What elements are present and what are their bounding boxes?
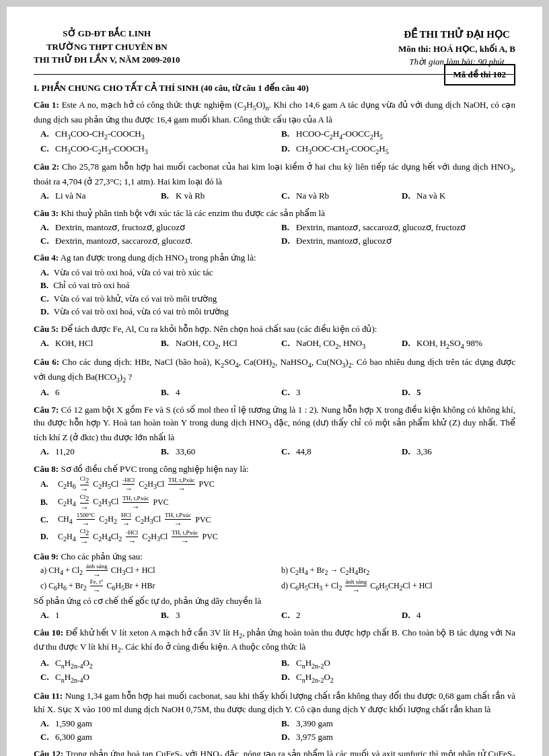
q4-label: Câu 4:	[34, 252, 59, 263]
q3-b: B.Đextrin, mantozơ, saccarozơ, glucozơ, …	[281, 221, 515, 234]
q2-b: B.K và Rb	[161, 189, 274, 203]
q11-c: C.6,300 gam	[40, 730, 274, 744]
q10-a: A.CnH2n-4O2	[40, 656, 274, 671]
q10-answers: A.CnH2n-4O2 B.CnH2n-2O C.CnH2n-4O D.CnH2…	[40, 656, 515, 685]
q5-a: A.KOH, HCl	[40, 337, 154, 351]
question-10: Câu 10: Để khử hết V lít xeton A mạch hở…	[34, 626, 515, 685]
question-8: Câu 8: Sơ đồ điều chế PVC trong công ngh…	[34, 462, 515, 546]
q1-a: A.CH3COO-CH2-COOCH3	[40, 127, 274, 142]
q6-c: C.3	[281, 386, 395, 399]
q9-answers: A.1 B.3 C.2 D.4	[40, 609, 515, 622]
q10-c: C.CnH2n-4O	[40, 671, 274, 685]
q2-label: Câu 2:	[34, 162, 59, 172]
q8-d-row: D. C2H4 Cl2→ C2H4Cl2 -HCl→ C2H3Cl TH, t,…	[40, 528, 515, 546]
q4-answers: A. Vừa có vai trò oxi hoá, vừa có vai tr…	[40, 266, 515, 318]
q11-b: B.3,390 gam	[281, 717, 515, 730]
question-5: Câu 5: Để tách được Fe, Al, Cu ra khỏi h…	[34, 322, 515, 351]
q8-pvc-diagram: A. C2H6 Cl2→ C2H5Cl -HCl→ C2H3Cl TH, t,P…	[40, 476, 515, 546]
q2-d: D.Na và K	[402, 189, 515, 203]
q9-reactions: a) CH4 + Cl2 ánh sáng→ CH3Cl + HCl b) C2…	[40, 563, 515, 594]
q9-label: Câu 9:	[34, 551, 59, 561]
q2-c: C.Na và Rb	[281, 189, 395, 203]
q7-label: Câu 7:	[34, 405, 59, 415]
question-12: Câu 12: Trong phản ứng hoà tan CuFeS2 vớ…	[34, 747, 515, 756]
q1-b: B.HCOO-C2H4-OOCC2H5	[281, 127, 515, 142]
q1-c: C.CH3COO-C2H3-COOCH3	[40, 142, 274, 157]
school-dept: SỞ GD-ĐT BẮC LINH	[34, 27, 180, 40]
q9-d: D.4	[402, 609, 515, 622]
q3-c: C.Đextrin, mantozơ, saccarozơ, glucozơ.	[40, 234, 274, 248]
question-11: Câu 11: Nung 1,34 gam hỗn hợp hai muối c…	[34, 689, 515, 743]
q10-d: D.CnH2n-2O2	[281, 671, 515, 685]
question-2: Câu 2: Cho 25,78 gam hỗn hợp hai muối ca…	[34, 160, 515, 203]
q5-label: Câu 5:	[34, 324, 59, 334]
q8-a-row: A. C2H6 Cl2→ C2H5Cl -HCl→ C2H3Cl TH, t,P…	[40, 476, 515, 493]
q4-c: C. Vừa có vai trò khử, vừa có vai trò mô…	[40, 292, 515, 306]
exam-page: SỞ GD-ĐT BẮC LINH TRƯỜNG THPT CHUYÊN BN …	[7, 7, 542, 756]
q7-answers: A.11,20 B.33,60 C.44,8 D.3,36	[40, 445, 515, 458]
question-4: Câu 4: Ag tan được trong dung dịch HNO3 …	[34, 251, 515, 318]
q2-a: A.Li và Na	[40, 189, 154, 203]
q8-c-row: C. CH4 1500°C→ C2H2 HCl→ C2H3Cl TH, t,Px…	[40, 512, 515, 528]
q9-c: C.2	[281, 609, 395, 622]
q5-answers: A.KOH, HCl B.NaOH, CO2, HCl C.NaOH, CO2,…	[40, 337, 515, 351]
question-6: Câu 6: Cho các dung dịch: HBr, NaCl (bão…	[34, 355, 515, 399]
q1-d: D.CH3OOC-CH2-COOC2H5	[281, 142, 515, 157]
header-left: SỞ GD-ĐT BẮC LINH TRƯỜNG THPT CHUYÊN BN …	[34, 27, 180, 69]
q1-label: Câu 1:	[34, 100, 59, 110]
q4-d: D. Vừa có vai trò oxi hoá, vừa có vai tr…	[40, 305, 515, 318]
q9-b: B.3	[161, 609, 274, 622]
q7-b: B.33,60	[161, 445, 274, 458]
q8-label: Câu 8:	[34, 464, 59, 474]
q10-label: Câu 10:	[34, 627, 63, 638]
q5-c: C.NaOH, CO2, HNO3	[281, 337, 395, 351]
q8-b-row: B. C2H4 Cl2→ C2H3Cl TH, t,Pxúc→ PVC	[40, 494, 515, 512]
q6-d: D.5	[402, 386, 515, 399]
q11-a: A.1,590 gam	[40, 717, 274, 730]
q3-a: A.Đextrin, mantozơ, fructozơ, glucozơ	[40, 221, 274, 234]
question-7: Câu 7: Có 12 gam bột X gồm Fe và S (có s…	[34, 403, 515, 458]
q7-a: A.11,20	[40, 445, 154, 458]
school-name: TRƯỜNG THPT CHUYÊN BN	[34, 40, 180, 54]
q3-answers: A.Đextrin, mantozơ, fructozơ, glucozơ B.…	[40, 221, 515, 247]
q3-d: D.Đextrin, mantozơ, glucozơ	[281, 234, 515, 248]
q11-answers: A.1,590 gam B.3,390 gam C.6,300 gam D.3,…	[40, 717, 515, 743]
q9-r4: d) C6H5CH3 + Cl2 ánh sáng→ C6H5CH2Cl + H…	[281, 579, 515, 594]
q9-a: A.1	[40, 609, 154, 622]
q11-d: D.3,975 gam	[281, 730, 515, 744]
q6-answers: A.6 B.4 C.3 D.5	[40, 386, 515, 399]
q6-b: B.4	[161, 386, 274, 399]
question-3: Câu 3: Khi thuỷ phân tinh bột với xúc tá…	[34, 207, 515, 248]
q4-a: A. Vừa có vai trò oxi hoá, vừa có vai tr…	[40, 266, 515, 279]
q5-d: D.KOH, H2SO4 98%	[402, 337, 515, 351]
q9-r2: b) C2H4 + Br2 → C2H4Br2	[281, 563, 515, 579]
q12-label: Câu 12:	[34, 749, 63, 756]
q9-r1: a) CH4 + Cl2 ánh sáng→ CH3Cl + HCl	[40, 563, 274, 579]
header-right: ĐỀ THI THỬ ĐẠI HỌC Môn thi: HOÁ HỌC, khố…	[398, 27, 515, 69]
ma-de-box: Mã đề thi 102	[444, 64, 515, 85]
question-1: Câu 1: Este A no, mạch hở có công thức t…	[34, 98, 515, 156]
exam-title: ĐỀ THI THỬ ĐẠI HỌC	[398, 27, 515, 42]
q4-b: B. Chỉ có vai trò oxi hoá	[40, 279, 515, 292]
q6-label: Câu 6:	[34, 357, 59, 367]
q7-c: C.44,8	[281, 445, 395, 458]
q10-b: B.CnH2n-2O	[281, 656, 515, 671]
q9-r3: c) C6H6 + Br2 Fe, t°→ C6H5Br + HBr	[40, 579, 274, 594]
question-9: Câu 9: Cho các phản ứng sau: a) CH4 + Cl…	[34, 550, 515, 622]
q11-label: Câu 11:	[34, 691, 63, 701]
q3-label: Câu 3:	[34, 208, 59, 218]
q6-a: A.6	[40, 386, 154, 399]
q7-d: D.3,36	[402, 445, 515, 458]
q2-answers: A.Li và Na B.K và Rb C.Na và Rb D.Na và …	[40, 189, 515, 203]
q1-answers: A.CH3COO-CH2-COOCH3 B.HCOO-C2H4-OOCC2H5 …	[40, 127, 515, 156]
header: SỞ GD-ĐT BẮC LINH TRƯỜNG THPT CHUYÊN BN …	[34, 27, 515, 69]
subject: Môn thi: HOÁ HỌC, khối A, B	[398, 42, 515, 56]
exam-session: THI THỬ ĐH LẦN V, NĂM 2009-2010	[34, 53, 180, 67]
q5-b: B.NaOH, CO2, HCl	[161, 337, 274, 351]
